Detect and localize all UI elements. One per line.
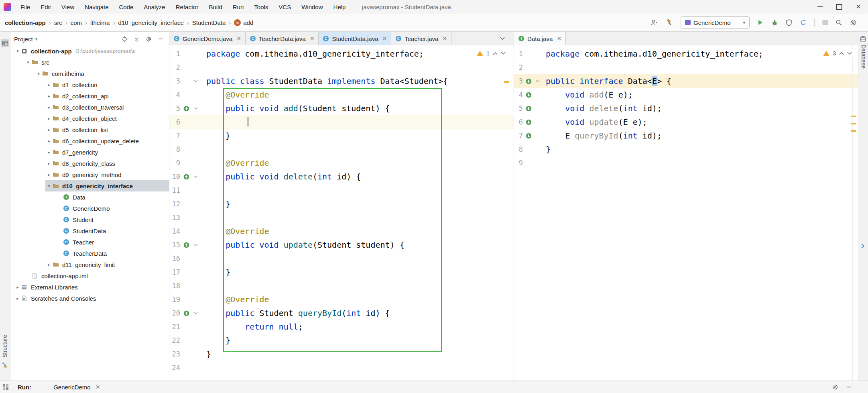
fold-chevron-icon[interactable] [192,107,199,110]
tree-item-d2_collection_api[interactable]: ▸d2_collection_api [10,90,169,102]
breadcrumb-d10_genericity_interface[interactable]: d10_genericity_interface [118,19,183,26]
tree-item-Data[interactable]: IData [10,191,169,203]
code-line-3[interactable]: 3public class StudentData implements Dat… [169,74,514,88]
implemented-marker-icon[interactable] [523,78,534,84]
structure-tool-window-button[interactable]: Structure [2,335,8,358]
editor-studentdata[interactable]: 1package com.itheima.d10_genericity_inte… [169,45,514,381]
code-line-15[interactable]: 15 public void update(Student student) { [169,238,514,252]
line-number[interactable]: 18 [169,282,180,290]
run-settings-gear-icon[interactable] [832,384,838,390]
tree-item-d8_genericity_class[interactable]: ▸d8_genericity_class [10,158,169,169]
project-panel-title[interactable]: Project [14,36,33,43]
tab-TeacherData.java[interactable]: CTeacherData.java✕ [246,32,319,45]
line-number[interactable]: 2 [514,63,523,71]
code-line-10[interactable]: 10 public void delete(int id) { [169,170,514,183]
line-number[interactable]: 8 [169,145,180,153]
tab-close-icon[interactable]: ✕ [310,35,315,42]
code-line-1[interactable]: 1package com.itheima.d10_genericity_inte… [169,47,514,61]
menu-navigate[interactable]: Navigate [79,0,114,14]
tree-item-src[interactable]: ▾src [10,57,169,68]
tab-StudentData.java[interactable]: CStudentData.java✕ [319,32,391,45]
project-tool-window-button[interactable] [1,39,9,47]
scrollbar-track[interactable] [852,45,853,381]
line-number[interactable]: 6 [514,118,523,126]
tree-chevron-collapsed-icon[interactable]: ▸ [45,105,53,110]
implements-method-icon[interactable] [180,106,192,112]
menu-analyze[interactable]: Analyze [138,0,170,14]
hide-panel-icon[interactable] [158,36,163,42]
line-number[interactable]: 22 [169,336,180,344]
tab-close-icon[interactable]: ✕ [442,35,447,42]
line-number[interactable]: 6 [169,118,180,126]
menu-run[interactable]: Run [228,0,249,14]
implemented-marker-icon[interactable] [523,92,534,98]
line-number[interactable]: 9 [169,159,180,167]
tree-item-d6_collection_update_delete[interactable]: ▸d6_collection_update_delete [10,135,169,147]
menu-build[interactable]: Build [203,0,227,14]
line-number[interactable]: 19 [169,295,180,303]
fold-chevron-icon[interactable] [534,80,541,83]
line-number[interactable]: 8 [514,145,523,153]
stop-button[interactable] [822,20,828,25]
code-line-18[interactable]: 18 [169,279,514,293]
line-number[interactable]: 16 [169,255,180,263]
tree-chevron-collapsed-icon[interactable]: ▸ [45,172,53,177]
tree-item-Teacher[interactable]: CTeacher [10,236,169,248]
tab-close-icon[interactable]: ✕ [382,35,387,42]
code-line-13[interactable]: 13 [169,211,514,224]
tree-chevron-expanded-icon[interactable]: ▾ [14,49,21,54]
tab-close-icon[interactable]: ✕ [236,35,241,42]
tab-overflow-chevron-icon[interactable] [500,32,505,45]
menu-file[interactable]: File [15,0,35,14]
tree-item-Scratches and Consoles[interactable]: ▸Scratches and Consoles [10,293,169,304]
collapse-all-icon[interactable] [134,36,140,42]
user-tasks-icon[interactable] [650,19,658,26]
code-line-6[interactable]: 6 void update(E e); [514,115,858,129]
tree-chevron-collapsed-icon[interactable]: ▸ [45,161,53,166]
line-number[interactable]: 7 [169,132,180,140]
tab-Teacher.java[interactable]: CTeacher.java✕ [391,32,451,45]
code-line-22[interactable]: 22 } [169,334,514,347]
line-number[interactable]: 24 [169,364,180,372]
implemented-marker-icon[interactable] [523,106,534,112]
close-button[interactable]: ✕ [849,0,868,14]
line-number[interactable]: 9 [514,159,523,167]
tree-chevron-collapsed-icon[interactable]: ▸ [45,262,53,267]
tree-chevron-collapsed-icon[interactable]: ▸ [14,285,21,290]
line-number[interactable]: 23 [169,350,180,358]
run-button[interactable] [757,19,764,26]
code-line-1[interactable]: 1package com.itheima.d10_genericity_inte… [514,47,858,61]
line-number[interactable]: 13 [169,214,180,222]
tree-item-Student[interactable]: CStudent [10,214,169,225]
line-number[interactable]: 2 [169,63,180,71]
tree-chevron-collapsed-icon[interactable]: ▸ [45,94,53,99]
tree-item-StudentData[interactable]: CStudentData [10,225,169,236]
tree-item-d11_genericity_limit[interactable]: ▸d11_genericity_limit [10,259,169,270]
line-number[interactable]: 11 [169,186,180,194]
rerun-icon[interactable] [800,19,807,26]
line-number[interactable]: 20 [169,309,180,317]
maximize-button[interactable] [829,0,849,14]
tree-chevron-collapsed-icon[interactable]: ▸ [45,138,53,144]
breadcrumb-com[interactable]: com [71,19,82,26]
tree-item-d3_collection_traversal[interactable]: ▸d3_collection_traversal [10,102,169,113]
next-warning-chevron-down-icon[interactable] [501,52,506,55]
code-line-19[interactable]: 19 @Override [169,293,514,306]
line-number[interactable]: 15 [169,241,180,249]
line-number[interactable]: 5 [514,104,523,112]
code-line-12[interactable]: 12 } [169,197,514,211]
breadcrumb-collection-app[interactable]: collection-app [5,19,46,26]
fold-chevron-icon[interactable] [192,80,199,83]
close-icon[interactable]: ✕ [96,384,100,390]
run-with-coverage-icon[interactable] [786,19,792,26]
hide-bar-icon[interactable] [846,384,852,390]
tab-close-icon[interactable]: ✕ [557,35,561,42]
prev-warning-chevron-up-icon[interactable] [839,52,844,55]
tree-chevron-expanded-icon[interactable]: ▾ [24,60,32,65]
fold-chevron-icon[interactable] [192,175,199,178]
code-line-17[interactable]: 17 } [169,265,514,279]
menu-help[interactable]: Help [328,0,351,14]
tree-item-collection-app[interactable]: ▾collection-appD:\code\javasepromax\c [10,45,169,57]
fold-chevron-icon[interactable] [192,244,199,246]
code-line-2[interactable]: 2 [169,61,514,74]
